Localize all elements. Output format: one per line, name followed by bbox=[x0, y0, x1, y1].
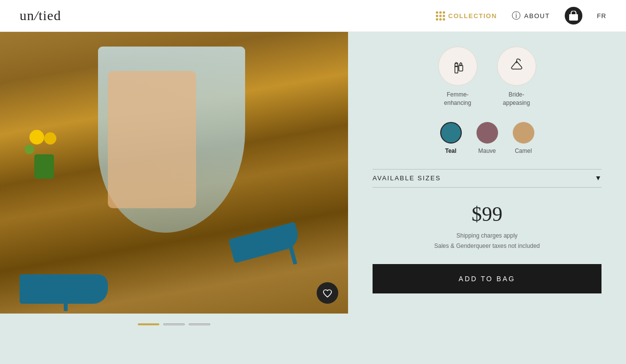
shipping-line1: Shipping charges apply bbox=[434, 231, 540, 242]
grid-icon bbox=[436, 11, 445, 21]
header: un/tied COLLECTION ⓘ ABOUT bbox=[0, 0, 626, 32]
collection-label: COLLECTION bbox=[448, 12, 497, 20]
style-icons-row: Femme-enhancing Bride-appeasing bbox=[438, 47, 536, 107]
bride-icon-circle bbox=[497, 47, 536, 86]
add-to-bag-button[interactable]: ADD TO BAG bbox=[373, 264, 601, 293]
bride-icon bbox=[507, 56, 526, 76]
mauve-circle bbox=[476, 122, 498, 144]
nav-about-link[interactable]: ⓘ ABOUT bbox=[512, 10, 550, 22]
style-icon-bride: Bride-appeasing bbox=[497, 47, 536, 107]
color-swatch-teal[interactable]: Teal bbox=[440, 122, 462, 154]
about-label: ABOUT bbox=[524, 12, 550, 20]
mauve-label: Mauve bbox=[478, 147, 496, 154]
style-icon-femme: Femme-enhancing bbox=[438, 47, 477, 107]
svg-rect-3 bbox=[459, 65, 463, 71]
info-icon: ⓘ bbox=[512, 10, 522, 22]
main-nav: COLLECTION ⓘ ABOUT 0 FR bbox=[436, 7, 606, 24]
teal-circle bbox=[440, 122, 462, 144]
bag-icon: 0 bbox=[569, 11, 578, 21]
teal-label: Teal bbox=[445, 147, 456, 154]
color-swatch-mauve[interactable]: Mauve bbox=[476, 122, 498, 154]
shipping-info: Shipping charges apply Sales & Genderque… bbox=[434, 231, 540, 252]
camel-label: Camel bbox=[515, 147, 532, 154]
sizes-label: AVAILABLE SIZES bbox=[373, 174, 441, 182]
language-toggle[interactable]: FR bbox=[597, 12, 606, 20]
color-swatches: Teal Mauve Camel bbox=[440, 122, 534, 154]
content-area: Femme-enhancing Bride-appeasing bbox=[0, 32, 626, 364]
lipstick-icon bbox=[448, 56, 468, 76]
femme-label: Femme-enhancing bbox=[444, 91, 471, 107]
price: $99 bbox=[472, 202, 502, 226]
bride-label: Bride-appeasing bbox=[503, 91, 530, 107]
dot-1[interactable] bbox=[138, 323, 159, 325]
sizes-arrow-icon: ▼ bbox=[595, 174, 601, 182]
logo[interactable]: un/tied bbox=[20, 8, 61, 24]
svg-rect-4 bbox=[460, 63, 462, 66]
image-section bbox=[0, 32, 348, 330]
dot-3[interactable] bbox=[189, 323, 210, 325]
camel-circle bbox=[513, 122, 534, 144]
svg-rect-1 bbox=[455, 66, 458, 73]
nav-collection-link[interactable]: COLLECTION bbox=[436, 11, 497, 21]
color-swatch-camel[interactable]: Camel bbox=[513, 122, 534, 154]
bag-button[interactable]: 0 bbox=[565, 7, 582, 24]
shipping-line2: Sales & Genderqueer taxes not included bbox=[434, 241, 540, 252]
sizes-dropdown[interactable]: AVAILABLE SIZES ▼ bbox=[373, 169, 601, 188]
femme-icon-circle bbox=[438, 47, 477, 86]
product-details: Femme-enhancing Bride-appeasing bbox=[348, 32, 626, 308]
dot-2[interactable] bbox=[163, 323, 185, 325]
svg-text:0: 0 bbox=[572, 15, 575, 19]
image-dots bbox=[0, 314, 348, 330]
product-image bbox=[0, 32, 348, 314]
heart-icon bbox=[323, 289, 332, 297]
wishlist-button[interactable] bbox=[317, 282, 338, 304]
